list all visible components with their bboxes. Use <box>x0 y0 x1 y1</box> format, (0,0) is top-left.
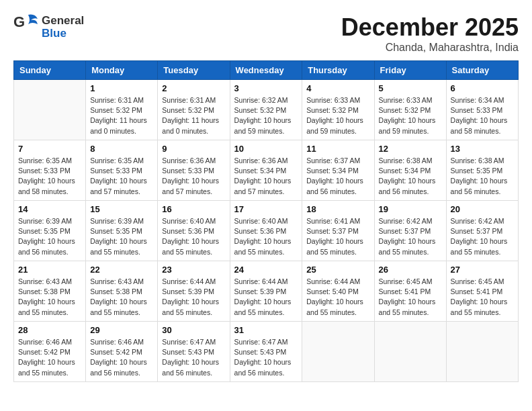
logo-blue-text: Blue <box>42 28 84 40</box>
calendar-week-row: 14Sunrise: 6:39 AM Sunset: 5:35 PM Dayli… <box>14 201 519 261</box>
calendar-day-cell: 2Sunrise: 6:31 AM Sunset: 5:32 PM Daylig… <box>158 80 230 140</box>
calendar-day-cell: 29Sunrise: 6:46 AM Sunset: 5:42 PM Dayli… <box>86 322 158 382</box>
day-number: 28 <box>18 325 81 335</box>
day-number: 4 <box>306 83 369 93</box>
day-info: Sunrise: 6:31 AM Sunset: 5:32 PM Dayligh… <box>162 95 225 136</box>
day-number: 8 <box>90 144 153 154</box>
calendar-day-cell: 4Sunrise: 6:33 AM Sunset: 5:32 PM Daylig… <box>302 80 374 140</box>
day-info: Sunrise: 6:35 AM Sunset: 5:33 PM Dayligh… <box>18 156 81 197</box>
calendar-day-cell: 26Sunrise: 6:45 AM Sunset: 5:41 PM Dayli… <box>374 261 446 322</box>
svg-text:G: G <box>13 13 25 30</box>
day-info: Sunrise: 6:44 AM Sunset: 5:39 PM Dayligh… <box>234 277 298 318</box>
day-number: 15 <box>90 204 153 214</box>
weekday-header: Friday <box>374 61 446 80</box>
calendar-week-row: 1Sunrise: 6:31 AM Sunset: 5:32 PM Daylig… <box>14 80 519 140</box>
day-number: 29 <box>90 325 153 335</box>
calendar-day-cell <box>14 80 86 140</box>
calendar-day-cell: 7Sunrise: 6:35 AM Sunset: 5:33 PM Daylig… <box>14 140 86 201</box>
weekday-header: Wednesday <box>230 61 302 80</box>
day-info: Sunrise: 6:43 AM Sunset: 5:38 PM Dayligh… <box>90 277 153 318</box>
day-info: Sunrise: 6:44 AM Sunset: 5:40 PM Dayligh… <box>306 277 369 318</box>
calendar-day-cell: 25Sunrise: 6:44 AM Sunset: 5:40 PM Dayli… <box>302 261 374 322</box>
day-number: 5 <box>379 83 442 93</box>
day-number: 9 <box>162 144 225 154</box>
calendar-day-cell: 15Sunrise: 6:39 AM Sunset: 5:35 PM Dayli… <box>86 201 158 261</box>
day-number: 7 <box>18 144 81 154</box>
day-number: 16 <box>162 204 225 214</box>
day-number: 17 <box>234 204 298 214</box>
logo-bird-icon: G <box>13 13 39 42</box>
day-number: 23 <box>162 265 225 275</box>
calendar-day-cell: 9Sunrise: 6:36 AM Sunset: 5:33 PM Daylig… <box>158 140 230 201</box>
day-info: Sunrise: 6:42 AM Sunset: 5:37 PM Dayligh… <box>379 216 442 257</box>
weekday-header: Monday <box>86 61 158 80</box>
calendar-day-cell: 13Sunrise: 6:38 AM Sunset: 5:35 PM Dayli… <box>446 140 518 201</box>
day-info: Sunrise: 6:35 AM Sunset: 5:33 PM Dayligh… <box>90 156 153 197</box>
day-number: 21 <box>18 265 81 275</box>
day-number: 31 <box>234 325 298 335</box>
month-title: December 2025 <box>341 13 519 42</box>
calendar-day-cell: 17Sunrise: 6:40 AM Sunset: 5:36 PM Dayli… <box>230 201 302 261</box>
calendar-day-cell: 8Sunrise: 6:35 AM Sunset: 5:33 PM Daylig… <box>86 140 158 201</box>
day-number: 27 <box>451 265 514 275</box>
calendar-day-cell: 5Sunrise: 6:33 AM Sunset: 5:32 PM Daylig… <box>374 80 446 140</box>
day-info: Sunrise: 6:37 AM Sunset: 5:34 PM Dayligh… <box>306 156 369 197</box>
calendar-day-cell <box>302 322 374 382</box>
day-info: Sunrise: 6:45 AM Sunset: 5:41 PM Dayligh… <box>451 277 514 318</box>
day-number: 11 <box>306 144 369 154</box>
calendar-day-cell: 22Sunrise: 6:43 AM Sunset: 5:38 PM Dayli… <box>86 261 158 322</box>
calendar-day-cell: 27Sunrise: 6:45 AM Sunset: 5:41 PM Dayli… <box>446 261 518 322</box>
weekday-header: Tuesday <box>158 61 230 80</box>
day-number: 26 <box>379 265 442 275</box>
calendar-day-cell: 6Sunrise: 6:34 AM Sunset: 5:33 PM Daylig… <box>446 80 518 140</box>
day-info: Sunrise: 6:46 AM Sunset: 5:42 PM Dayligh… <box>18 337 81 378</box>
day-info: Sunrise: 6:43 AM Sunset: 5:38 PM Dayligh… <box>18 277 81 318</box>
day-number: 6 <box>451 83 514 93</box>
day-info: Sunrise: 6:40 AM Sunset: 5:36 PM Dayligh… <box>162 216 225 257</box>
weekday-header: Saturday <box>446 61 518 80</box>
calendar-day-cell: 31Sunrise: 6:47 AM Sunset: 5:43 PM Dayli… <box>230 322 302 382</box>
calendar-week-row: 28Sunrise: 6:46 AM Sunset: 5:42 PM Dayli… <box>14 322 519 382</box>
day-number: 19 <box>379 204 442 214</box>
page-header: G General Blue December 2025 Chanda, Mah… <box>13 13 519 54</box>
day-number: 2 <box>162 83 225 93</box>
logo-text: General Blue <box>42 15 84 40</box>
weekday-header: Thursday <box>302 61 374 80</box>
day-number: 1 <box>90 83 153 93</box>
weekday-header: Sunday <box>14 61 86 80</box>
day-info: Sunrise: 6:38 AM Sunset: 5:34 PM Dayligh… <box>379 156 442 197</box>
day-number: 20 <box>451 204 514 214</box>
calendar-day-cell: 12Sunrise: 6:38 AM Sunset: 5:34 PM Dayli… <box>374 140 446 201</box>
day-info: Sunrise: 6:36 AM Sunset: 5:34 PM Dayligh… <box>234 156 298 197</box>
day-info: Sunrise: 6:39 AM Sunset: 5:35 PM Dayligh… <box>90 216 153 257</box>
calendar-day-cell: 23Sunrise: 6:44 AM Sunset: 5:39 PM Dayli… <box>158 261 230 322</box>
day-number: 30 <box>162 325 225 335</box>
day-info: Sunrise: 6:47 AM Sunset: 5:43 PM Dayligh… <box>162 337 225 378</box>
calendar-week-row: 21Sunrise: 6:43 AM Sunset: 5:38 PM Dayli… <box>14 261 519 322</box>
calendar-day-cell: 28Sunrise: 6:46 AM Sunset: 5:42 PM Dayli… <box>14 322 86 382</box>
day-info: Sunrise: 6:36 AM Sunset: 5:33 PM Dayligh… <box>162 156 225 197</box>
day-info: Sunrise: 6:34 AM Sunset: 5:33 PM Dayligh… <box>451 95 514 136</box>
day-info: Sunrise: 6:44 AM Sunset: 5:39 PM Dayligh… <box>162 277 225 318</box>
calendar-week-row: 7Sunrise: 6:35 AM Sunset: 5:33 PM Daylig… <box>14 140 519 201</box>
day-info: Sunrise: 6:40 AM Sunset: 5:36 PM Dayligh… <box>234 216 298 257</box>
calendar-day-cell <box>446 322 518 382</box>
logo-general-text: General <box>42 15 84 28</box>
location-title: Chanda, Maharashtra, India <box>341 42 519 54</box>
day-info: Sunrise: 6:33 AM Sunset: 5:32 PM Dayligh… <box>306 95 369 136</box>
calendar-day-cell: 18Sunrise: 6:41 AM Sunset: 5:37 PM Dayli… <box>302 201 374 261</box>
day-number: 14 <box>18 204 81 214</box>
calendar-day-cell: 11Sunrise: 6:37 AM Sunset: 5:34 PM Dayli… <box>302 140 374 201</box>
day-number: 22 <box>90 265 153 275</box>
day-number: 24 <box>234 265 298 275</box>
calendar-day-cell: 10Sunrise: 6:36 AM Sunset: 5:34 PM Dayli… <box>230 140 302 201</box>
day-info: Sunrise: 6:41 AM Sunset: 5:37 PM Dayligh… <box>306 216 369 257</box>
calendar-day-cell: 20Sunrise: 6:42 AM Sunset: 5:37 PM Dayli… <box>446 201 518 261</box>
logo: G General Blue <box>13 13 84 42</box>
day-info: Sunrise: 6:31 AM Sunset: 5:32 PM Dayligh… <box>90 95 153 136</box>
calendar-day-cell: 1Sunrise: 6:31 AM Sunset: 5:32 PM Daylig… <box>86 80 158 140</box>
calendar-day-cell: 21Sunrise: 6:43 AM Sunset: 5:38 PM Dayli… <box>14 261 86 322</box>
day-info: Sunrise: 6:32 AM Sunset: 5:32 PM Dayligh… <box>234 95 298 136</box>
day-info: Sunrise: 6:47 AM Sunset: 5:43 PM Dayligh… <box>234 337 298 378</box>
day-number: 12 <box>379 144 442 154</box>
